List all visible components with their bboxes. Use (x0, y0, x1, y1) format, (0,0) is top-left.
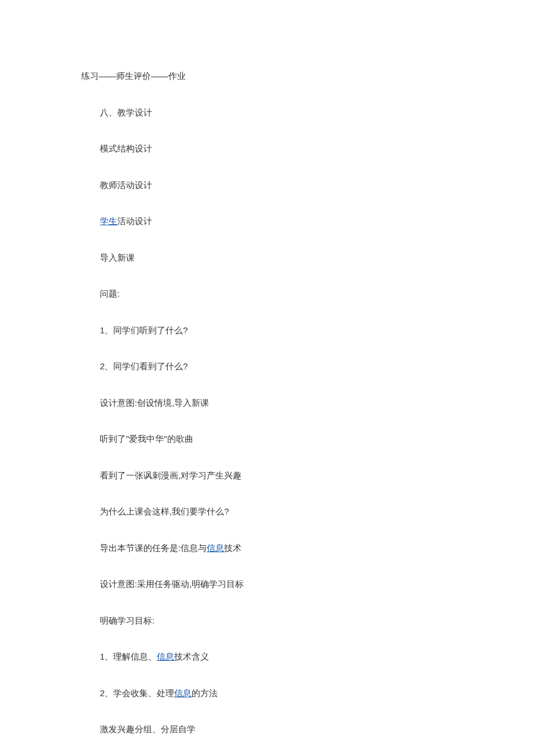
lines-container: 八、教学设计模式结构设计教师活动设计学生活动设计导入新课问题:1、同学们听到了什… (81, 106, 453, 757)
text-span: 导入新课 (100, 253, 135, 262)
text-span: 1、理解信息、 (100, 651, 157, 661)
text-span: 的方法 (192, 688, 218, 698)
text-span: 教师活动设计 (100, 180, 152, 190)
text-span: 技术 (224, 543, 241, 553)
paragraph-line: 教师活动设计 (100, 179, 453, 192)
paragraph-line: 八、教学设计 (100, 106, 453, 120)
text-span: 导出本节课的任务是:信息与 (100, 543, 207, 553)
paragraph-line: 学生活动设计 (100, 215, 453, 228)
text-span: 激发兴趣分组、分层自学 (100, 724, 196, 734)
paragraph-line: 1、理解信息、信息技术含义 (100, 650, 453, 664)
hyperlink[interactable]: 学生 (100, 216, 117, 226)
document-content: 练习——师生评价——作业 八、教学设计模式结构设计教师活动设计学生活动设计导入新… (0, 0, 534, 756)
hyperlink[interactable]: 信息 (174, 688, 192, 698)
text-span: 为什么上课会这样,我们要学什么? (100, 506, 229, 516)
hyperlink[interactable]: 信息 (207, 543, 224, 553)
paragraph-line: 问题: (100, 287, 453, 301)
text-span: 设计意图:创设情境,导入新课 (100, 398, 209, 408)
paragraph-line: 模式结构设计 (100, 142, 453, 156)
text-span: 2、同学们看到了什么? (100, 361, 188, 371)
text-span: 明确学习目标: (100, 615, 154, 625)
paragraph-line: 听到了"爱我中华"的歌曲 (100, 433, 453, 446)
paragraph-line: 设计意图:采用任务驱动,明确学习目标 (100, 578, 453, 591)
text-span: 活动设计 (117, 216, 152, 226)
text-span: 2、学会收集、处理 (100, 688, 174, 698)
paragraph-line: 导出本节课的任务是:信息与信息技术 (100, 542, 453, 555)
paragraph-line: 2、学会收集、处理信息的方法 (100, 687, 453, 700)
paragraph-line: 2、同学们看到了什么? (100, 360, 453, 373)
text-span: 1、同学们听到了什么? (100, 325, 188, 335)
paragraph-line: 导入新课 (100, 251, 453, 265)
paragraph-line: 1、同学们听到了什么? (100, 324, 453, 337)
paragraph-line: 激发兴趣分组、分层自学 (100, 723, 453, 736)
text-span: 模式结构设计 (100, 143, 152, 153)
text-span: 看到了一张讽刺漫画,对学习产生兴趣 (100, 470, 241, 480)
paragraph-line: 设计意图:创设情境,导入新课 (100, 397, 453, 410)
text-span: 八、教学设计 (100, 107, 152, 117)
hyperlink[interactable]: 信息 (157, 651, 174, 661)
text-span: 听到了"爱我中华"的歌曲 (100, 434, 193, 444)
paragraph-line: 为什么上课会这样,我们要学什么? (100, 505, 453, 519)
text-span: 技术含义 (174, 651, 209, 661)
first-line: 练习——师生评价——作业 (81, 70, 453, 83)
paragraph-line: 看到了一张讽刺漫画,对学习产生兴趣 (100, 469, 453, 483)
text-span: 练习——师生评价——作业 (81, 71, 186, 81)
paragraph-line: 明确学习目标: (100, 614, 453, 628)
text-span: 设计意图:采用任务驱动,明确学习目标 (100, 579, 244, 589)
text-span: 问题: (100, 289, 120, 298)
